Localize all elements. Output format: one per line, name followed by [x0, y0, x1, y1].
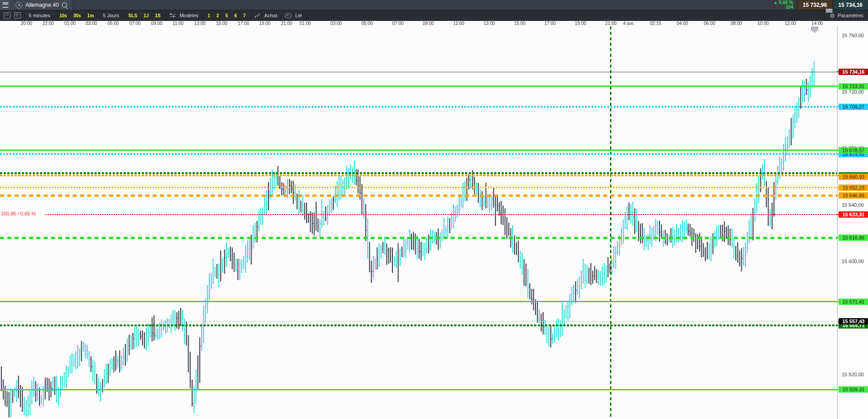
ask-price-button[interactable]: 15 734,16 — [833, 0, 868, 10]
time-tick-label: 21:00 — [281, 21, 292, 26]
time-tick-label: 4 avr. — [623, 21, 634, 26]
time-tick-label: 12:00 — [784, 21, 796, 26]
horizontal-level-line[interactable] — [0, 175, 837, 176]
collapse-quote-button[interactable]: - — [826, 9, 833, 13]
models-label: Modèles — [179, 13, 198, 18]
horizontal-level-line[interactable] — [0, 150, 837, 151]
model-button-7[interactable]: 7 — [242, 13, 247, 18]
time-tick-label: 20:00 — [20, 21, 32, 26]
price-level-label: 15 557,43 — [838, 318, 868, 324]
price-tick-label: 15 640,00 — [842, 202, 864, 208]
instrument-name: Allemagne 40 — [25, 2, 59, 8]
timeframe-button-1m[interactable]: 1m — [86, 13, 95, 18]
horizontal-level-line[interactable] — [0, 195, 837, 197]
horizontal-level-line[interactable] — [0, 321, 837, 322]
time-axis[interactable]: 20:0022:0001:0003:0005:0007:0009:0011:00… — [0, 21, 868, 26]
range-button-sls[interactable]: SLS — [127, 13, 139, 18]
horizontal-level-line[interactable] — [45, 214, 837, 215]
model-button-6[interactable]: 6 — [233, 13, 238, 18]
eye-icon — [285, 13, 292, 18]
buy-button[interactable]: Achat — [251, 10, 281, 20]
time-tick-label: 03:00 — [85, 21, 97, 26]
horizontal-level-line[interactable] — [0, 106, 837, 108]
time-tick-label: 03:00 — [330, 21, 342, 26]
horizontal-level-line[interactable] — [0, 172, 837, 174]
horizontal-level-line[interactable] — [0, 237, 837, 239]
horizontal-level-line[interactable] — [0, 324, 837, 326]
horizontal-level-line[interactable] — [0, 153, 837, 155]
time-tick-label: 13:00 — [483, 21, 495, 26]
view-icons-group — [0, 10, 25, 20]
time-tick-label: 09:00 — [151, 21, 162, 26]
price-tick-label: 15 600,00 — [842, 259, 864, 264]
hamburger-icon — [3, 2, 8, 8]
time-tick-label: 05:00 — [361, 21, 372, 26]
timeframe-button-10s[interactable]: 10s — [58, 13, 69, 18]
price-tick-label: 15 720,00 — [842, 89, 864, 95]
time-tick-label: 14:00 — [811, 21, 823, 26]
horizontal-level-line[interactable] — [0, 301, 837, 302]
quick-timeframe-group: 10s30s1m — [55, 10, 99, 20]
search-icon[interactable] — [62, 2, 67, 8]
time-tick-label: 10:00 — [757, 21, 769, 26]
model-button-1[interactable]: 1 — [206, 13, 212, 18]
price-level-label: 15 678,57 — [838, 147, 868, 154]
timeframe-button-30s[interactable]: 30s — [72, 13, 82, 18]
linked-toggle[interactable]: Lié — [281, 10, 306, 20]
time-tick-label: 01:00 — [299, 21, 311, 26]
time-tick-label: 19:00 — [259, 21, 270, 26]
time-tick-label: 08:00 — [730, 21, 742, 26]
time-tick-label: 07:00 — [129, 21, 140, 26]
timeframe-dropdown[interactable]: 5 minutes — [25, 10, 55, 20]
time-tick-label: 11:00 — [453, 21, 464, 26]
top-bar: 4 Allemagne 40 ▲ 0,66 % 104 15 732,96 15… — [0, 0, 868, 10]
price-scale[interactable]: 15 760,0015 720,0015 680,0015 640,0015 6… — [837, 26, 868, 419]
time-tick-label: 02:15 — [650, 21, 661, 26]
change-volume: 104 — [786, 5, 794, 10]
price-level-label: 15 509,31 — [838, 386, 868, 393]
price-level-label: 15 734,16 — [838, 69, 868, 75]
watchlist-icon[interactable] — [4, 12, 10, 19]
model-button-5[interactable]: 5 — [224, 13, 229, 18]
parameters-label: Paramètres — [838, 13, 863, 18]
model-numbers-group: 12567 — [203, 10, 251, 20]
time-tick-label: 15:00 — [216, 21, 227, 26]
price-level-label: 15 652,23 — [838, 185, 868, 191]
sliders-icon — [169, 13, 176, 18]
price-level-label: 15 709,27 — [838, 104, 868, 110]
range-label: 5 Jours — [103, 13, 119, 18]
time-tick-label: 22:00 — [42, 21, 54, 26]
layout-icon[interactable] — [14, 12, 21, 19]
horizontal-level-line[interactable] — [0, 85, 837, 87]
time-tick-label: 17:00 — [238, 21, 249, 26]
model-button-2[interactable]: 2 — [215, 13, 221, 18]
horizontal-level-line[interactable] — [0, 187, 837, 188]
price-level-label: 15 660,93 — [838, 172, 868, 180]
change-block: ▲ 0,66 % 104 — [773, 0, 797, 10]
chart-plot-area[interactable]: 100,85 / 0,65 % — [0, 26, 837, 419]
gear-icon: ⚙ — [829, 13, 835, 19]
time-tick-label: 06:00 — [704, 21, 715, 26]
range-dropdown[interactable]: 5 Jours — [99, 10, 124, 20]
timeframe-label: 5 minutes — [29, 13, 50, 18]
time-tick-label: 19:00 — [575, 21, 586, 26]
time-tick-label: 07:00 — [392, 21, 403, 26]
instrument-selector[interactable]: 4 Allemagne 40 — [11, 0, 73, 10]
distance-annotation: 100,85 / 0,65 % — [1, 211, 36, 216]
price-level-label: 15 633,31 — [838, 211, 868, 218]
price-tick-label: 15 520,00 — [842, 372, 864, 377]
order-chart-icon — [255, 13, 261, 18]
range-button-1s[interactable]: 1S — [154, 13, 162, 18]
time-tick-label: 17:00 — [544, 21, 556, 26]
time-tick-label: 05:00 — [107, 21, 119, 26]
time-tick-label: 21:00 — [605, 21, 616, 26]
time-tick-label: 09:00 — [422, 21, 434, 26]
menu-button[interactable] — [0, 0, 11, 10]
models-button[interactable]: Modèles — [166, 10, 203, 20]
range-button-1j[interactable]: 1J — [142, 13, 150, 18]
time-tick-label: 01:00 — [64, 21, 75, 26]
horizontal-level-line[interactable] — [0, 389, 837, 390]
price-level-label: 15 571,41 — [838, 299, 868, 305]
quote-panel: ▲ 0,66 % 104 15 732,96 15 734,16 — [773, 0, 868, 10]
horizontal-level-line[interactable] — [0, 72, 837, 72]
